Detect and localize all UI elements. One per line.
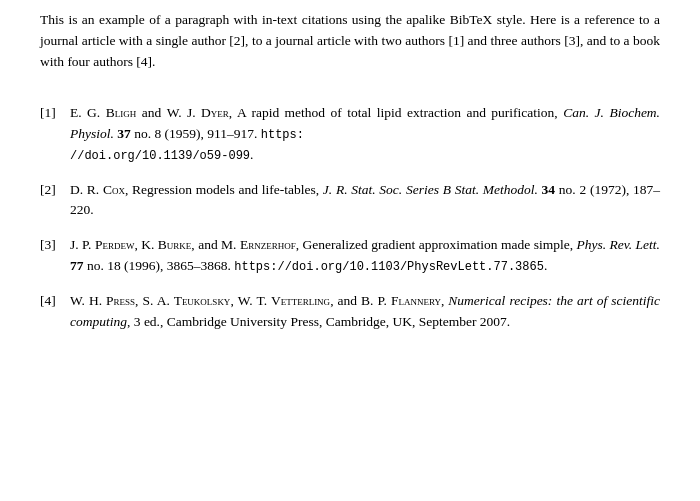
reference-item-4: [4] W. H. Press, S. A. Teukolsky, W. T. …	[40, 291, 660, 333]
reference-item-3: [3] J. P. Perdew, K. Burke, and M. Ernze…	[40, 235, 660, 277]
reference-item-2: [2] D. R. Cox, Regression models and lif…	[40, 180, 660, 222]
ref-content-3: J. P. Perdew, K. Burke, and M. Ernzerhof…	[70, 235, 660, 277]
references-section: [1] E. G. Bligh and W. J. Dyer, A rapid …	[40, 103, 660, 333]
intro-text: This is an example of a paragraph with i…	[40, 12, 660, 69]
ref-content-1: E. G. Bligh and W. J. Dyer, A rapid meth…	[70, 103, 660, 166]
ref-label-2: [2]	[40, 180, 70, 222]
reference-item-1: [1] E. G. Bligh and W. J. Dyer, A rapid …	[40, 103, 660, 166]
intro-paragraph: This is an example of a paragraph with i…	[40, 10, 660, 73]
ref-content-2: D. R. Cox, Regression models and life-ta…	[70, 180, 660, 222]
ref-label-1: [1]	[40, 103, 70, 166]
ref-content-4: W. H. Press, S. A. Teukolsky, W. T. Vett…	[70, 291, 660, 333]
ref-label-3: [3]	[40, 235, 70, 277]
ref-label-4: [4]	[40, 291, 70, 333]
